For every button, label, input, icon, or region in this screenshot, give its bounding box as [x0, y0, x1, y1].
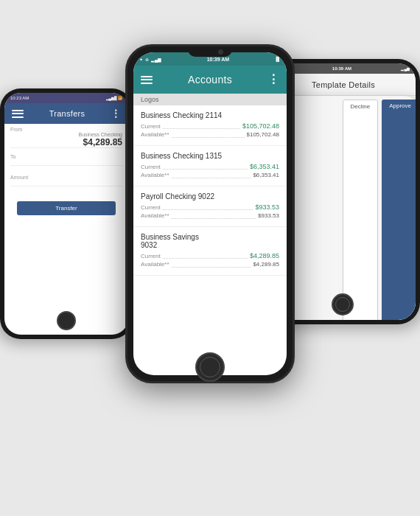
- account-available-label-4: Available**: [141, 261, 169, 268]
- account-name-3: Payroll Checking 9022: [141, 192, 279, 201]
- account-dots-3: [163, 204, 253, 210]
- center-hamburger-icon[interactable]: [141, 76, 153, 84]
- account-current-label-4: Current: [141, 253, 161, 259]
- phone-left: 10:23 AM ▂▄▆█ 📶 Transfers ⋮ From Busines…: [0, 88, 133, 339]
- left-amount-section: Amount: [4, 172, 128, 195]
- center-time: 10:39 AM: [207, 57, 229, 62]
- right-title: Template Details: [312, 80, 375, 89]
- center-signal: ▂▄▆: [151, 57, 161, 62]
- account-row-current-3: Current $933.53: [141, 203, 279, 211]
- account-dots-avail-4: [172, 262, 251, 268]
- left-from-amount: $4,289.85: [10, 137, 122, 147]
- left-home-button[interactable]: [57, 311, 76, 330]
- center-section-label: Logos: [133, 94, 287, 105]
- account-dots-avail-1: [172, 132, 245, 138]
- left-from-account: Business Checking: [10, 132, 122, 137]
- center-wifi: ⊕: [145, 57, 149, 62]
- account-row-available-1: Available** $105,702.48: [141, 131, 279, 138]
- left-amount-label: Amount: [10, 175, 122, 180]
- account-item-4[interactable]: Business Savings9032 Current $4,289.85 A…: [133, 227, 287, 276]
- right-home-button[interactable]: [332, 293, 354, 315]
- phone-center: ✦ ⊕ ▂▄▆ 10:39 AM ▐▌ Accounts ⋮ Logos Bus…: [125, 44, 295, 383]
- left-status-bar: 10:23 AM ▂▄▆█ 📶: [4, 93, 128, 103]
- left-more-icon[interactable]: ⋮: [111, 108, 121, 119]
- accounts-list: Business Checking 2114 Current $105,702.…: [133, 105, 287, 276]
- account-item-3[interactable]: Payroll Checking 9022 Current $933.53 Av…: [133, 186, 287, 227]
- account-current-amount-3: $933.53: [255, 203, 279, 211]
- left-transfer-button[interactable]: Transfer: [17, 201, 116, 215]
- account-current-label-1: Current: [141, 123, 161, 130]
- account-row-current-1: Current $105,702.48: [141, 122, 279, 130]
- left-to-label: To: [10, 154, 122, 159]
- center-home-button-inner: [200, 357, 220, 377]
- account-current-amount-2: $6,353.41: [250, 163, 279, 170]
- account-row-current-2: Current $6,353.41: [141, 163, 279, 170]
- account-dots-avail-2: [172, 172, 251, 178]
- left-time: 10:23 AM: [10, 96, 29, 100]
- center-more-icon[interactable]: ⋮: [267, 74, 279, 86]
- left-signal: ▂▄▆█ 📶: [106, 96, 122, 100]
- left-hamburger-icon[interactable]: [12, 110, 24, 118]
- account-available-label-3: Available**: [141, 212, 169, 219]
- center-header: Accounts ⋮: [133, 66, 287, 94]
- left-from-label: From: [10, 127, 122, 132]
- right-decline-button[interactable]: Decline: [343, 100, 379, 320]
- account-row-available-4: Available** $4,289.85: [141, 261, 279, 268]
- account-available-label-1: Available**: [141, 131, 169, 138]
- account-row-available-2: Available** $6,353.41: [141, 172, 279, 178]
- account-row-available-3: Available** $933.53: [141, 212, 279, 219]
- account-dots-avail-3: [172, 213, 256, 219]
- account-name-1: Business Checking 2114: [141, 111, 279, 119]
- right-approve-button[interactable]: Approve: [382, 100, 416, 320]
- center-home-button[interactable]: [195, 352, 225, 382]
- center-title: Accounts: [188, 74, 232, 86]
- center-status-right: ▐▌: [274, 57, 281, 61]
- right-home-button-inner: [335, 297, 350, 312]
- account-available-label-2: Available**: [141, 172, 169, 178]
- center-camera-notch: [188, 46, 232, 57]
- account-dots-1: [163, 123, 240, 129]
- account-dots-4: [163, 253, 248, 259]
- left-content: From Business Checking $4,289.85 To Amou…: [4, 124, 128, 215]
- account-item-2[interactable]: Business Checking 1315 Current $6,353.41…: [133, 146, 287, 186]
- account-name-2: Business Checking 1315: [141, 152, 279, 160]
- account-available-amount-1: $105,702.48: [247, 131, 280, 138]
- account-row-current-4: Current $4,289.85: [141, 252, 279, 259]
- account-current-label-3: Current: [141, 204, 161, 211]
- account-available-amount-3: $933.53: [258, 212, 279, 219]
- left-header: Transfers ⋮: [4, 103, 128, 124]
- center-status-left: ✦ ⊕ ▂▄▆: [139, 57, 161, 62]
- left-title: Transfers: [49, 109, 85, 118]
- right-time: 10:39 AM: [332, 66, 351, 71]
- account-current-amount-4: $4,289.85: [250, 252, 279, 259]
- account-item-1[interactable]: Business Checking 2114 Current $105,702.…: [133, 105, 287, 146]
- center-battery-icon: ▐▌: [274, 57, 281, 61]
- center-camera-dot: [218, 49, 223, 55]
- account-current-amount-1: $105,702.48: [242, 122, 279, 130]
- account-current-label-2: Current: [141, 164, 161, 170]
- account-available-amount-4: $4,289.85: [253, 261, 279, 268]
- right-signal: ▂▄▆: [401, 66, 410, 71]
- account-name-4: Business Savings9032: [141, 233, 279, 249]
- center-bluetooth: ✦: [139, 57, 143, 62]
- left-to-section: To: [4, 151, 128, 172]
- account-dots-2: [163, 164, 248, 170]
- account-available-amount-2: $6,353.41: [253, 172, 279, 178]
- left-from-section: From Business Checking $4,289.85: [4, 124, 128, 148]
